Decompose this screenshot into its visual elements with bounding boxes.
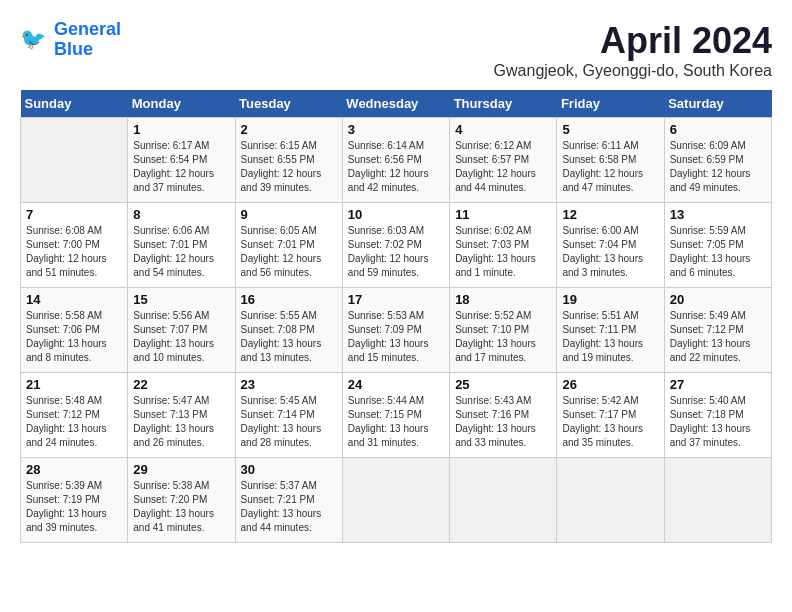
day-info: Sunrise: 5:49 AM Sunset: 7:12 PM Dayligh…	[670, 309, 766, 365]
day-info: Sunrise: 5:42 AM Sunset: 7:17 PM Dayligh…	[562, 394, 658, 450]
calendar-week-4: 21Sunrise: 5:48 AM Sunset: 7:12 PM Dayli…	[21, 373, 772, 458]
day-number: 22	[133, 377, 229, 392]
calendar-cell: 28Sunrise: 5:39 AM Sunset: 7:19 PM Dayli…	[21, 458, 128, 543]
day-number: 25	[455, 377, 551, 392]
logo: 🐦 General Blue	[20, 20, 121, 60]
day-number: 24	[348, 377, 444, 392]
calendar-cell: 23Sunrise: 5:45 AM Sunset: 7:14 PM Dayli…	[235, 373, 342, 458]
day-number: 27	[670, 377, 766, 392]
main-title: April 2024	[494, 20, 772, 62]
calendar-cell	[450, 458, 557, 543]
calendar-cell: 19Sunrise: 5:51 AM Sunset: 7:11 PM Dayli…	[557, 288, 664, 373]
day-number: 7	[26, 207, 122, 222]
day-info: Sunrise: 5:38 AM Sunset: 7:20 PM Dayligh…	[133, 479, 229, 535]
day-header-saturday: Saturday	[664, 90, 771, 118]
day-header-thursday: Thursday	[450, 90, 557, 118]
day-info: Sunrise: 6:03 AM Sunset: 7:02 PM Dayligh…	[348, 224, 444, 280]
day-info: Sunrise: 5:43 AM Sunset: 7:16 PM Dayligh…	[455, 394, 551, 450]
day-number: 2	[241, 122, 337, 137]
day-info: Sunrise: 6:15 AM Sunset: 6:55 PM Dayligh…	[241, 139, 337, 195]
day-info: Sunrise: 6:06 AM Sunset: 7:01 PM Dayligh…	[133, 224, 229, 280]
day-number: 14	[26, 292, 122, 307]
day-header-wednesday: Wednesday	[342, 90, 449, 118]
day-info: Sunrise: 5:55 AM Sunset: 7:08 PM Dayligh…	[241, 309, 337, 365]
day-info: Sunrise: 5:51 AM Sunset: 7:11 PM Dayligh…	[562, 309, 658, 365]
day-number: 3	[348, 122, 444, 137]
day-number: 1	[133, 122, 229, 137]
day-number: 23	[241, 377, 337, 392]
calendar-cell: 29Sunrise: 5:38 AM Sunset: 7:20 PM Dayli…	[128, 458, 235, 543]
page-header: 🐦 General Blue April 2024 Gwangjeok, Gye…	[20, 20, 772, 80]
day-info: Sunrise: 6:00 AM Sunset: 7:04 PM Dayligh…	[562, 224, 658, 280]
logo-icon: 🐦	[20, 25, 50, 55]
calendar-cell: 22Sunrise: 5:47 AM Sunset: 7:13 PM Dayli…	[128, 373, 235, 458]
day-info: Sunrise: 5:59 AM Sunset: 7:05 PM Dayligh…	[670, 224, 766, 280]
day-number: 13	[670, 207, 766, 222]
day-info: Sunrise: 5:52 AM Sunset: 7:10 PM Dayligh…	[455, 309, 551, 365]
day-info: Sunrise: 5:45 AM Sunset: 7:14 PM Dayligh…	[241, 394, 337, 450]
day-number: 16	[241, 292, 337, 307]
calendar-cell: 24Sunrise: 5:44 AM Sunset: 7:15 PM Dayli…	[342, 373, 449, 458]
calendar-cell: 12Sunrise: 6:00 AM Sunset: 7:04 PM Dayli…	[557, 203, 664, 288]
calendar-cell	[21, 118, 128, 203]
day-number: 8	[133, 207, 229, 222]
day-number: 17	[348, 292, 444, 307]
day-info: Sunrise: 5:44 AM Sunset: 7:15 PM Dayligh…	[348, 394, 444, 450]
calendar-cell: 15Sunrise: 5:56 AM Sunset: 7:07 PM Dayli…	[128, 288, 235, 373]
day-number: 30	[241, 462, 337, 477]
logo-line1: General	[54, 19, 121, 39]
day-info: Sunrise: 6:14 AM Sunset: 6:56 PM Dayligh…	[348, 139, 444, 195]
calendar-cell	[664, 458, 771, 543]
day-number: 6	[670, 122, 766, 137]
calendar-cell: 11Sunrise: 6:02 AM Sunset: 7:03 PM Dayli…	[450, 203, 557, 288]
svg-text:🐦: 🐦	[20, 26, 47, 52]
calendar-cell: 27Sunrise: 5:40 AM Sunset: 7:18 PM Dayli…	[664, 373, 771, 458]
subtitle: Gwangjeok, Gyeonggi-do, South Korea	[494, 62, 772, 80]
calendar-table: SundayMondayTuesdayWednesdayThursdayFrid…	[20, 90, 772, 543]
day-number: 26	[562, 377, 658, 392]
day-number: 18	[455, 292, 551, 307]
day-info: Sunrise: 6:08 AM Sunset: 7:00 PM Dayligh…	[26, 224, 122, 280]
day-info: Sunrise: 6:17 AM Sunset: 6:54 PM Dayligh…	[133, 139, 229, 195]
day-info: Sunrise: 5:53 AM Sunset: 7:09 PM Dayligh…	[348, 309, 444, 365]
calendar-cell	[557, 458, 664, 543]
calendar-week-3: 14Sunrise: 5:58 AM Sunset: 7:06 PM Dayli…	[21, 288, 772, 373]
day-number: 12	[562, 207, 658, 222]
calendar-cell	[342, 458, 449, 543]
calendar-cell: 21Sunrise: 5:48 AM Sunset: 7:12 PM Dayli…	[21, 373, 128, 458]
day-header-monday: Monday	[128, 90, 235, 118]
logo-line2: Blue	[54, 39, 93, 59]
calendar-week-5: 28Sunrise: 5:39 AM Sunset: 7:19 PM Dayli…	[21, 458, 772, 543]
day-info: Sunrise: 5:48 AM Sunset: 7:12 PM Dayligh…	[26, 394, 122, 450]
day-info: Sunrise: 5:39 AM Sunset: 7:19 PM Dayligh…	[26, 479, 122, 535]
day-info: Sunrise: 5:58 AM Sunset: 7:06 PM Dayligh…	[26, 309, 122, 365]
calendar-week-1: 1Sunrise: 6:17 AM Sunset: 6:54 PM Daylig…	[21, 118, 772, 203]
calendar-week-2: 7Sunrise: 6:08 AM Sunset: 7:00 PM Daylig…	[21, 203, 772, 288]
day-info: Sunrise: 5:37 AM Sunset: 7:21 PM Dayligh…	[241, 479, 337, 535]
logo-text: General Blue	[54, 20, 121, 60]
calendar-cell: 9Sunrise: 6:05 AM Sunset: 7:01 PM Daylig…	[235, 203, 342, 288]
day-info: Sunrise: 5:40 AM Sunset: 7:18 PM Dayligh…	[670, 394, 766, 450]
calendar-cell: 8Sunrise: 6:06 AM Sunset: 7:01 PM Daylig…	[128, 203, 235, 288]
calendar-cell: 5Sunrise: 6:11 AM Sunset: 6:58 PM Daylig…	[557, 118, 664, 203]
header-row: SundayMondayTuesdayWednesdayThursdayFrid…	[21, 90, 772, 118]
day-number: 11	[455, 207, 551, 222]
day-header-friday: Friday	[557, 90, 664, 118]
calendar-cell: 25Sunrise: 5:43 AM Sunset: 7:16 PM Dayli…	[450, 373, 557, 458]
day-number: 10	[348, 207, 444, 222]
calendar-cell: 18Sunrise: 5:52 AM Sunset: 7:10 PM Dayli…	[450, 288, 557, 373]
day-number: 5	[562, 122, 658, 137]
calendar-cell: 20Sunrise: 5:49 AM Sunset: 7:12 PM Dayli…	[664, 288, 771, 373]
day-header-tuesday: Tuesday	[235, 90, 342, 118]
day-number: 15	[133, 292, 229, 307]
day-info: Sunrise: 6:02 AM Sunset: 7:03 PM Dayligh…	[455, 224, 551, 280]
calendar-cell: 7Sunrise: 6:08 AM Sunset: 7:00 PM Daylig…	[21, 203, 128, 288]
day-info: Sunrise: 5:56 AM Sunset: 7:07 PM Dayligh…	[133, 309, 229, 365]
day-number: 9	[241, 207, 337, 222]
day-info: Sunrise: 5:47 AM Sunset: 7:13 PM Dayligh…	[133, 394, 229, 450]
day-number: 4	[455, 122, 551, 137]
calendar-cell: 10Sunrise: 6:03 AM Sunset: 7:02 PM Dayli…	[342, 203, 449, 288]
day-header-sunday: Sunday	[21, 90, 128, 118]
day-info: Sunrise: 6:09 AM Sunset: 6:59 PM Dayligh…	[670, 139, 766, 195]
day-info: Sunrise: 6:11 AM Sunset: 6:58 PM Dayligh…	[562, 139, 658, 195]
